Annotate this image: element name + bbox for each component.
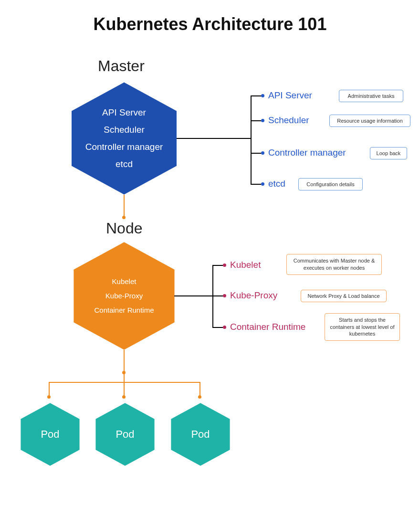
connector-dot — [261, 151, 264, 155]
master-component-3: etcd — [116, 156, 133, 173]
node-branch-kube-proxy: Kube-Proxy — [230, 290, 277, 301]
connector — [212, 295, 223, 296]
connector — [212, 327, 223, 328]
pod-label-2: Pod — [167, 401, 234, 468]
connector-dot — [223, 326, 226, 329]
master-branch-etcd: etcd — [268, 179, 285, 189]
node-branch-container-runtime: Container Runtime — [230, 322, 305, 332]
node-component-2: Container Runtime — [94, 303, 154, 317]
connector — [124, 372, 125, 382]
node-section-label: Node — [106, 220, 143, 237]
master-branch-api-server: API Server — [268, 90, 312, 101]
master-branch-controller-manager: Controller manager — [268, 148, 346, 158]
connector — [174, 295, 212, 296]
connector-dot — [47, 395, 51, 399]
node-component-1: Kube-Proxy — [105, 289, 143, 303]
connector-master-to-node — [124, 195, 125, 218]
pod-hexagon-1: Pod — [92, 401, 158, 468]
connector — [177, 138, 251, 139]
connector — [251, 95, 261, 96]
connector — [49, 382, 200, 383]
master-desc-etcd: Configuration details — [298, 178, 363, 190]
master-section-label: Master — [98, 57, 145, 75]
connector-dot — [223, 264, 226, 267]
connector — [251, 95, 252, 184]
master-hexagon: API Server Scheduler Controller manager … — [64, 79, 184, 198]
connector-dot — [122, 216, 126, 219]
master-desc-api-server: Administrative tasks — [339, 90, 403, 102]
master-desc-controller-manager: Loop back — [370, 147, 407, 159]
connector — [124, 350, 125, 372]
connector — [251, 153, 261, 154]
node-desc-kube-proxy: Network Proxy & Load balance — [301, 290, 387, 302]
pod-hexagon-0: Pod — [17, 401, 84, 468]
connector — [251, 120, 261, 121]
connector — [212, 265, 223, 266]
connector-dot — [261, 182, 264, 186]
connector-dot — [261, 119, 264, 122]
node-component-0: Kubelet — [112, 274, 136, 289]
master-component-0: API Server — [102, 104, 146, 121]
connector — [212, 265, 213, 327]
connector-dot — [122, 395, 126, 399]
pod-label-1: Pod — [92, 401, 158, 468]
page-title: Kubernetes Architecture 101 — [0, 14, 420, 34]
pod-label-0: Pod — [17, 401, 84, 468]
connector — [251, 184, 261, 185]
connector-dot — [223, 294, 226, 297]
connector-dot — [198, 395, 201, 399]
master-branch-scheduler: Scheduler — [268, 115, 309, 126]
master-component-1: Scheduler — [104, 121, 145, 138]
master-component-2: Controller manager — [85, 138, 163, 156]
node-desc-kubelet: Communicates with Master node & executes… — [286, 254, 382, 275]
node-hexagon: Kubelet Kube-Proxy Container Runtime — [67, 239, 181, 353]
pod-hexagon-2: Pod — [167, 401, 234, 468]
master-desc-scheduler: Resource usage information — [329, 115, 410, 127]
node-desc-container-runtime: Starts and stops the containers at lowes… — [325, 313, 400, 341]
connector-dot — [261, 94, 264, 97]
node-branch-kubelet: Kubelet — [230, 260, 261, 270]
